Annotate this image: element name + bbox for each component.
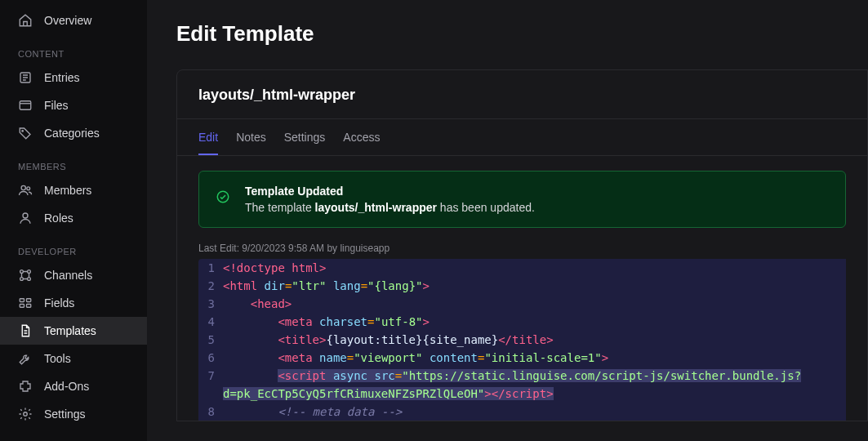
svg-rect-1: [20, 101, 31, 110]
svg-point-3: [21, 185, 25, 189]
sidebar-item-label: Templates: [44, 324, 96, 337]
sidebar-item-label: Overview: [44, 14, 91, 27]
users-icon: [18, 183, 33, 198]
sidebar-item-tools[interactable]: Tools: [0, 345, 147, 372]
svg-point-5: [23, 213, 28, 218]
line-number: 7: [198, 367, 223, 385]
tab-access[interactable]: Access: [343, 119, 380, 155]
puzzle-icon: [18, 379, 33, 394]
code-line[interactable]: 8 <!-- meta data -->: [198, 403, 846, 421]
line-number: 3: [198, 295, 223, 313]
sidebar-item-label: Categories: [44, 127, 100, 140]
line-number: 4: [198, 313, 223, 331]
card-header: layouts/_html-wrapper: [177, 70, 867, 119]
code-content[interactable]: <!-- meta data -->: [223, 403, 402, 421]
sidebar-item-settings[interactable]: Settings: [0, 400, 147, 428]
sidebar-item-label: Fields: [44, 296, 74, 310]
alert-body: The template layouts/_html-wrapper has b…: [245, 201, 535, 214]
page-title: Edit Template: [176, 21, 868, 47]
line-number: 5: [198, 331, 223, 349]
main-content: Edit Template layouts/_html-wrapper Edit…: [147, 0, 868, 441]
line-number: [198, 385, 223, 403]
code-line[interactable]: 7 <script async src="https://static.ling…: [198, 367, 846, 385]
sidebar-item-label: Channels: [44, 269, 92, 282]
svg-point-15: [217, 191, 229, 203]
code-line[interactable]: 4 <meta charset="utf-8">: [198, 313, 846, 331]
templates-icon: [18, 323, 33, 338]
channels-icon: [18, 268, 33, 283]
code-content[interactable]: <meta name="viewport" content="initial-s…: [223, 349, 608, 367]
alert-suffix: has been updated.: [437, 201, 535, 214]
tag-icon: [18, 126, 33, 140]
code-content[interactable]: <head>: [223, 295, 292, 313]
last-edit-meta: Last Edit: 9/20/2023 9:58 AM by linguise…: [198, 243, 846, 254]
tab-notes[interactable]: Notes: [236, 119, 266, 155]
sidebar-section-content: CONTENT: [0, 34, 147, 64]
sidebar-item-files[interactable]: Files: [0, 91, 147, 119]
sidebar-item-label: Members: [44, 184, 91, 197]
sidebar-item-label: Add-Ons: [44, 380, 89, 393]
sidebar-section-developer: DEVELOPER: [0, 232, 147, 261]
sidebar-item-entries[interactable]: Entries: [0, 64, 147, 91]
sidebar: Overview CONTENT Entries Files Categorie…: [0, 0, 147, 441]
entries-icon: [18, 70, 33, 85]
code-content[interactable]: <html dir="ltr" lang="{lang}">: [223, 277, 430, 295]
svg-point-6: [20, 270, 24, 274]
svg-point-8: [20, 278, 24, 281]
svg-point-7: [28, 270, 31, 274]
template-name: layouts/_html-wrapper: [198, 87, 846, 104]
fields-icon: [18, 296, 33, 310]
sidebar-item-fields[interactable]: Fields: [0, 289, 147, 317]
sidebar-item-categories[interactable]: Categories: [0, 119, 147, 147]
code-line[interactable]: 3 <head>: [198, 295, 846, 313]
sidebar-item-members[interactable]: Members: [0, 176, 147, 204]
svg-point-14: [24, 412, 28, 416]
tabs: Edit Notes Settings Access: [177, 119, 867, 156]
code-content[interactable]: <meta charset="utf-8">: [223, 313, 430, 331]
sidebar-item-label: Roles: [44, 212, 73, 225]
code-line[interactable]: 5 <title>{layout:title}{site_name}</titl…: [198, 331, 846, 349]
files-icon: [18, 98, 33, 113]
alert-title: Template Updated: [245, 185, 535, 198]
code-line[interactable]: 2<html dir="ltr" lang="{lang}">: [198, 277, 846, 295]
sidebar-item-label: Entries: [44, 71, 80, 84]
svg-rect-13: [27, 305, 31, 308]
tab-settings[interactable]: Settings: [284, 119, 326, 155]
code-content[interactable]: <title>{layout:title}{site_name}</title>: [223, 331, 554, 349]
gear-icon: [18, 407, 33, 421]
code-editor[interactable]: 1<!doctype html>2<html dir="ltr" lang="{…: [198, 259, 846, 421]
sidebar-item-templates[interactable]: Templates: [0, 317, 147, 345]
sidebar-item-label: Tools: [44, 352, 71, 365]
alert-content: Template Updated The template layouts/_h…: [245, 185, 535, 214]
line-number: 6: [198, 349, 223, 367]
code-line[interactable]: 1<!doctype html>: [198, 259, 846, 277]
tools-icon: [18, 351, 33, 366]
code-line[interactable]: 6 <meta name="viewport" content="initial…: [198, 349, 846, 367]
home-icon: [18, 13, 33, 28]
sidebar-item-channels[interactable]: Channels: [0, 261, 147, 289]
tab-edit[interactable]: Edit: [198, 119, 218, 155]
sidebar-section-members: MEMBERS: [0, 147, 147, 176]
success-alert: Template Updated The template layouts/_h…: [198, 171, 846, 228]
code-line[interactable]: d=pk_EcCTp5CyQ5rfCRimuxeNFZsPRZlQLeOH"><…: [198, 385, 846, 403]
sidebar-item-roles[interactable]: Roles: [0, 204, 147, 232]
check-circle-icon: [216, 189, 230, 204]
user-icon: [18, 211, 33, 225]
line-number: 2: [198, 277, 223, 295]
alert-prefix: The template: [245, 201, 315, 214]
alert-template-name: layouts/_html-wrapper: [315, 201, 437, 214]
svg-rect-10: [20, 299, 24, 302]
svg-rect-12: [27, 299, 31, 302]
line-number: 1: [198, 259, 223, 277]
template-card: layouts/_html-wrapper Edit Notes Setting…: [176, 69, 868, 421]
svg-rect-11: [20, 305, 24, 308]
svg-point-4: [27, 187, 30, 190]
sidebar-item-addons[interactable]: Add-Ons: [0, 372, 147, 400]
code-content[interactable]: <script async src="https://static.lingui…: [223, 367, 801, 385]
code-content[interactable]: d=pk_EcCTp5CyQ5rfCRimuxeNFZsPRZlQLeOH"><…: [223, 385, 554, 403]
sidebar-item-label: Settings: [44, 408, 86, 421]
card-body: Template Updated The template layouts/_h…: [177, 156, 867, 421]
code-content[interactable]: <!doctype html>: [223, 259, 326, 277]
sidebar-item-label: Files: [44, 99, 69, 112]
sidebar-item-overview[interactable]: Overview: [0, 7, 147, 34]
